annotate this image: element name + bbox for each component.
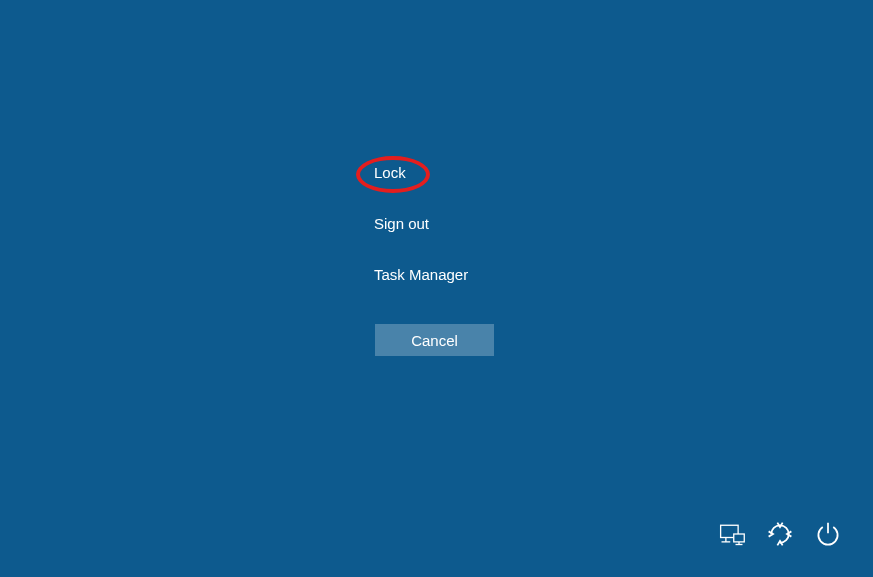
ease-of-access-icon[interactable] [765,519,795,549]
cancel-button[interactable]: Cancel [375,324,494,356]
menu-item-lock[interactable]: Lock [374,164,468,191]
menu-item-sign-out[interactable]: Sign out [374,205,468,242]
power-icon[interactable] [813,519,843,549]
menu-item-task-manager[interactable]: Task Manager [374,256,468,293]
svg-rect-3 [734,534,745,542]
security-options-menu: Lock Sign out Task Manager [374,164,468,307]
bottom-icon-bar [717,519,843,549]
network-icon[interactable] [717,519,747,549]
